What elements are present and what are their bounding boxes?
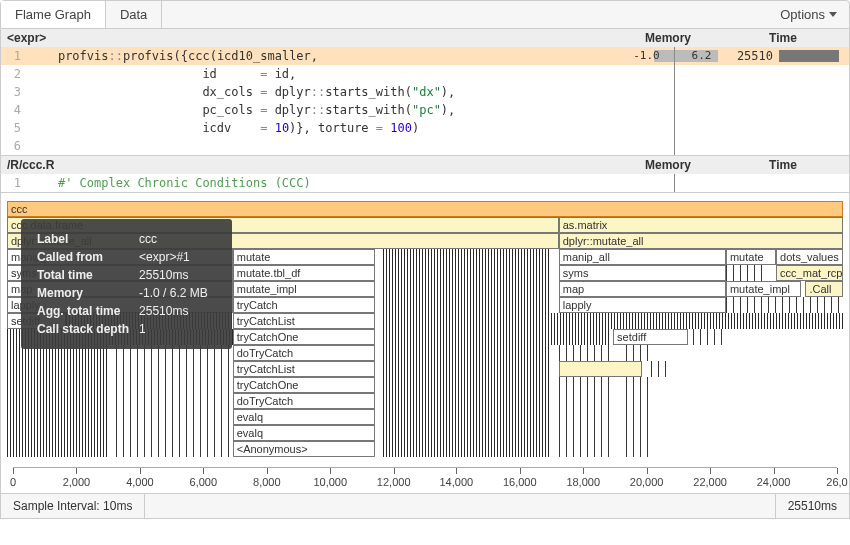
- flame-cell[interactable]: mutate: [233, 249, 375, 265]
- memory-header: Memory: [613, 158, 723, 172]
- tab-data[interactable]: Data: [106, 1, 162, 28]
- flame-cell[interactable]: evalq: [233, 409, 375, 425]
- total-time: 25510ms: [775, 494, 849, 518]
- flame-cell[interactable]: map: [559, 281, 726, 297]
- memory-cell: [619, 65, 729, 83]
- flame-cell[interactable]: manip_all: [559, 249, 726, 265]
- flame-cell[interactable]: .Call: [805, 281, 843, 297]
- time-cell: [729, 65, 849, 83]
- code-text: profvis::profvis({ccc(icd10_smaller,: [29, 47, 619, 65]
- flame-cell[interactable]: ccc_mat_rcpp: [776, 265, 843, 281]
- source-header: <expr>MemoryTime: [1, 29, 849, 47]
- tooltip-value: 1: [139, 321, 216, 337]
- top-toolbar: Flame Graph Data Options: [0, 0, 850, 29]
- memory-cell: [619, 101, 729, 119]
- tooltip-key: Label: [37, 231, 137, 247]
- axis-tick-label: 26,0: [826, 476, 847, 488]
- code-text: dx_cols = dplyr::starts_with("dx"),: [29, 83, 619, 101]
- tooltip-key: Call stack depth: [37, 321, 137, 337]
- time-cell: [729, 137, 849, 155]
- source-header: /R/ccc.RMemoryTime: [1, 156, 849, 174]
- axis-tick-label: 10,000: [313, 476, 347, 488]
- tooltip-key: Memory: [37, 285, 137, 301]
- flame-cell[interactable]: ccc: [7, 201, 843, 217]
- line-number: 3: [1, 83, 29, 101]
- source-title: /R/ccc.R: [7, 158, 54, 172]
- tooltip-key: Called from: [37, 249, 137, 265]
- axis-tick-label: 0: [10, 476, 16, 488]
- axis-tick-label: 6,000: [190, 476, 218, 488]
- source-line[interactable]: 1 #' Complex Chronic Conditions (CCC): [1, 174, 849, 192]
- axis-tick-label: 12,000: [377, 476, 411, 488]
- code-text: pc_cols = dplyr::starts_with("pc"),: [29, 101, 619, 119]
- flame-cell[interactable]: mutate_impl: [233, 281, 375, 297]
- source-block: /R/ccc.RMemoryTime1 #' Complex Chronic C…: [0, 156, 850, 193]
- memory-cell: [619, 83, 729, 101]
- line-number: 1: [1, 174, 29, 192]
- time-cell: [729, 119, 849, 137]
- time-header: Time: [723, 158, 843, 172]
- flame-cell[interactable]: tryCatchOne: [233, 377, 375, 393]
- flame-cell[interactable]: mutate_impl: [726, 281, 801, 297]
- memory-cell: [619, 174, 729, 192]
- sample-interval: Sample Interval: 10ms: [1, 494, 145, 518]
- source-block: <expr>MemoryTime1 profvis::profvis({ccc(…: [0, 29, 850, 156]
- flame-cell[interactable]: mutate.tbl_df: [233, 265, 375, 281]
- axis-tick-label: 8,000: [253, 476, 281, 488]
- flame-cell[interactable]: lapply: [559, 297, 726, 313]
- line-number: 5: [1, 119, 29, 137]
- status-bar: Sample Interval: 10ms 25510ms: [0, 494, 850, 519]
- flame-cell[interactable]: mutate: [726, 249, 776, 265]
- memory-cell: -1.06.2: [619, 47, 729, 65]
- code-text: #' Complex Chronic Conditions (CCC): [29, 174, 619, 192]
- time-axis: 02,0004,0006,0008,00010,00012,00014,0001…: [13, 467, 837, 493]
- flame-cell[interactable]: as.matrix: [559, 217, 843, 233]
- flame-cell[interactable]: <Anonymous>: [233, 441, 375, 457]
- axis-tick-label: 4,000: [126, 476, 154, 488]
- flame-cell[interactable]: dplyr::mutate_all: [559, 233, 843, 249]
- flame-cell[interactable]: tryCatchList: [233, 313, 375, 329]
- code-text: id = id,: [29, 65, 619, 83]
- axis-tick-label: 14,000: [439, 476, 473, 488]
- source-line[interactable]: 4 pc_cols = dplyr::starts_with("pc"),: [1, 101, 849, 119]
- axis-tick-label: 22,000: [693, 476, 727, 488]
- source-title: <expr>: [7, 31, 46, 45]
- line-number: 6: [1, 137, 29, 155]
- flame-cell[interactable]: doTryCatch: [233, 345, 375, 361]
- code-text: icdv = 10)}, torture = 100): [29, 119, 619, 137]
- options-menu[interactable]: Options: [768, 1, 849, 28]
- flame-graph-panel: <Anonymous>evalqevalqdoTryCatchtryCatchO…: [0, 193, 850, 494]
- memory-header: Memory: [613, 31, 723, 45]
- source-line[interactable]: 6: [1, 137, 849, 155]
- line-number: 1: [1, 47, 29, 65]
- axis-tick-label: 20,000: [630, 476, 664, 488]
- source-line[interactable]: 5 icdv = 10)}, torture = 100): [1, 119, 849, 137]
- axis-tick-label: 18,000: [566, 476, 600, 488]
- tooltip-value: ccc: [139, 231, 216, 247]
- flame-cell[interactable]: dots_values: [776, 249, 843, 265]
- flame-cell[interactable]: tryCatchOne: [233, 329, 375, 345]
- flame-cell[interactable]: setdiff: [613, 329, 688, 345]
- flame-tooltip: LabelcccCalled from<expr>#1Total time255…: [21, 219, 232, 349]
- tooltip-key: Agg. total time: [37, 303, 137, 319]
- source-line[interactable]: 3 dx_cols = dplyr::starts_with("dx"),: [1, 83, 849, 101]
- line-number: 4: [1, 101, 29, 119]
- flame-cell[interactable]: tryCatchList: [233, 361, 375, 377]
- memory-cell: [619, 137, 729, 155]
- line-number: 2: [1, 65, 29, 83]
- flame-cell[interactable]: doTryCatch: [233, 393, 375, 409]
- tab-flame-graph[interactable]: Flame Graph: [1, 1, 106, 28]
- source-line[interactable]: 2 id = id,: [1, 65, 849, 83]
- flame-cell[interactable]: evalq: [233, 425, 375, 441]
- time-cell: [729, 101, 849, 119]
- code-text: [29, 137, 619, 155]
- flame-cell[interactable]: syms: [559, 265, 726, 281]
- axis-tick-label: 2,000: [63, 476, 91, 488]
- time-cell: 25510: [729, 47, 849, 65]
- flame-cell[interactable]: tryCatch: [233, 297, 375, 313]
- tooltip-value: 25510ms: [139, 303, 216, 319]
- tooltip-value: -1.0 / 6.2 MB: [139, 285, 216, 301]
- flame-cell[interactable]: [559, 361, 643, 377]
- source-line[interactable]: 1 profvis::profvis({ccc(icd10_smaller,-1…: [1, 47, 849, 65]
- memory-cell: [619, 119, 729, 137]
